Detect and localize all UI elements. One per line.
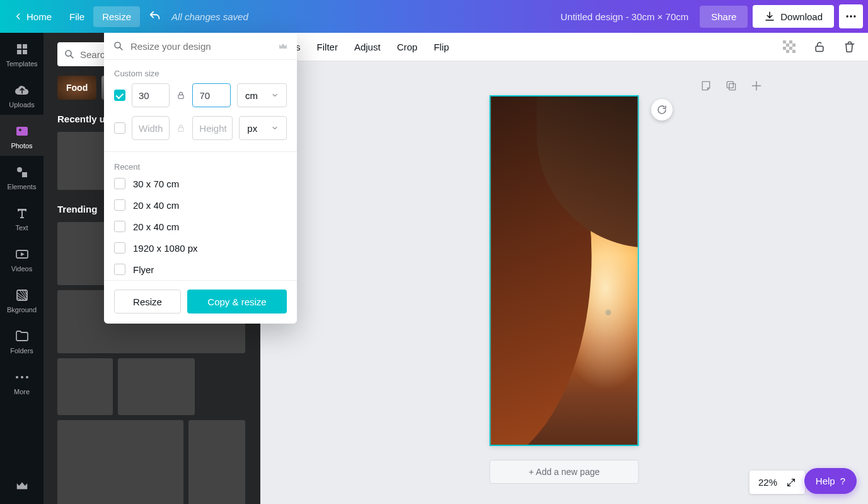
uploads-icon xyxy=(14,83,30,98)
svg-rect-16 xyxy=(786,44,789,47)
plus-icon xyxy=(750,79,763,92)
unit-select-cm[interactable]: cm xyxy=(237,83,287,107)
recent-size-label: 20 x 40 cm xyxy=(133,221,179,232)
rail-elements-label: Elements xyxy=(8,183,37,190)
svg-rect-15 xyxy=(789,40,792,44)
rail-videos-label: Videos xyxy=(11,265,32,273)
page-notes-button[interactable] xyxy=(699,79,713,93)
rail-text[interactable]: Text xyxy=(0,197,43,238)
left-rail: Templates Uploads Photos Elements Text V… xyxy=(0,33,43,504)
add-page-button[interactable]: + Add a new page xyxy=(490,460,639,484)
svg-point-2 xyxy=(854,15,855,17)
top-bar: Home File Resize All changes saved Untit… xyxy=(0,0,868,33)
rail-upgrade[interactable] xyxy=(15,467,29,504)
recent-size-item[interactable]: 30 x 70 cm xyxy=(114,178,287,189)
refresh-icon xyxy=(656,104,668,115)
photo-thumb[interactable] xyxy=(57,420,183,504)
background-icon xyxy=(14,288,30,303)
recent-size-label: 30 x 70 cm xyxy=(133,179,179,189)
help-label: Help xyxy=(816,476,835,486)
photo-thumb[interactable] xyxy=(118,358,195,415)
rail-background[interactable]: Bkground xyxy=(0,279,43,320)
rail-photos[interactable]: Photos xyxy=(0,115,43,156)
resize-menu[interactable]: Resize xyxy=(93,6,140,27)
ctx-filter[interactable]: Filter xyxy=(317,42,338,52)
share-button[interactable]: Share xyxy=(700,6,748,28)
crown-icon xyxy=(15,479,29,493)
rail-uploads[interactable]: Uploads xyxy=(0,74,43,115)
page-add-button[interactable] xyxy=(749,79,763,93)
width-input[interactable]: 30 xyxy=(132,83,170,107)
width-input-2[interactable]: Width xyxy=(132,116,170,140)
page-duplicate-button[interactable] xyxy=(724,79,738,93)
photo-thumb[interactable] xyxy=(57,358,113,415)
transparency-button[interactable] xyxy=(782,40,796,54)
unlock-icon xyxy=(813,40,826,53)
svg-rect-6 xyxy=(22,172,27,177)
transparency-icon xyxy=(783,40,796,53)
chip-food[interactable]: Food xyxy=(57,76,96,100)
recent-size-label: 20 x 40 cm xyxy=(133,200,179,211)
svg-rect-19 xyxy=(789,47,792,50)
photo-thumb[interactable] xyxy=(188,420,245,504)
custom-size-checkbox-2[interactable] xyxy=(114,122,125,134)
lock-icon xyxy=(176,91,185,100)
chevron-down-icon xyxy=(271,124,279,132)
design-title[interactable]: Untitled design - 30cm × 70cm xyxy=(560,11,688,22)
rail-background-label: Bkground xyxy=(7,306,37,314)
ctx-crop[interactable]: Crop xyxy=(397,42,418,52)
canvas-page[interactable] xyxy=(490,95,639,446)
zoom-value: 22% xyxy=(758,477,777,488)
rail-videos[interactable]: Videos xyxy=(0,238,43,279)
rail-folders[interactable]: Folders xyxy=(0,320,43,361)
delete-button[interactable] xyxy=(843,40,857,54)
rail-elements[interactable]: Elements xyxy=(0,156,43,197)
ellipsis-icon xyxy=(14,375,30,380)
rail-templates[interactable]: Templates xyxy=(0,33,43,74)
resize-button[interactable]: Resize xyxy=(114,290,181,314)
custom-size-checkbox[interactable] xyxy=(114,90,125,101)
more-menu-button[interactable] xyxy=(839,4,863,28)
zoom-control[interactable]: 22% xyxy=(749,471,805,494)
resize-actions: Resize Copy & resize xyxy=(104,280,297,324)
refresh-image-button[interactable] xyxy=(651,99,673,120)
home-button[interactable]: Home xyxy=(5,6,61,27)
lock-aspect-button[interactable] xyxy=(176,90,186,100)
recent-size-item[interactable]: Flyer xyxy=(114,264,287,275)
duplicate-icon xyxy=(725,79,738,92)
height-input-2[interactable]: Height xyxy=(192,116,233,140)
height-input[interactable]: 70 xyxy=(192,83,230,107)
rail-uploads-label: Uploads xyxy=(9,101,34,108)
rail-more[interactable]: More xyxy=(0,361,43,402)
resize-search-input[interactable] xyxy=(130,41,278,52)
photos-icon xyxy=(14,124,30,139)
help-button[interactable]: Help ? xyxy=(804,468,857,494)
note-icon xyxy=(700,79,712,92)
download-button[interactable]: Download xyxy=(753,5,834,28)
undo-button[interactable] xyxy=(144,5,166,28)
lock-button[interactable] xyxy=(813,40,826,54)
ctx-flip[interactable]: Flip xyxy=(434,42,449,52)
ctx-adjust[interactable]: Adjust xyxy=(354,42,381,52)
svg-rect-14 xyxy=(783,40,786,44)
svg-rect-20 xyxy=(786,50,789,53)
recent-size-label: 1920 x 1080 px xyxy=(133,243,198,254)
copy-resize-button[interactable]: Copy & resize xyxy=(187,290,287,314)
svg-point-1 xyxy=(850,15,852,17)
unit-label: px xyxy=(247,123,257,134)
unit-select-px[interactable]: px xyxy=(239,116,287,140)
recent-size-item[interactable]: 20 x 40 cm xyxy=(114,199,287,211)
expand-icon xyxy=(786,478,796,488)
search-icon xyxy=(64,49,75,60)
resize-search[interactable] xyxy=(104,33,297,60)
rail-more-label: More xyxy=(14,388,30,396)
elements-icon xyxy=(14,165,30,180)
recent-size-item[interactable]: 1920 x 1080 px xyxy=(114,242,287,254)
svg-point-11 xyxy=(26,376,28,378)
recent-size-label: Flyer xyxy=(133,264,154,275)
recent-sizes-list: 30 x 70 cm 20 x 40 cm 20 x 40 cm 1920 x … xyxy=(104,173,297,280)
unit-label: cm xyxy=(245,90,258,101)
file-menu[interactable]: File xyxy=(61,6,93,27)
rail-folders-label: Folders xyxy=(10,347,33,355)
recent-size-item[interactable]: 20 x 40 cm xyxy=(114,221,287,232)
